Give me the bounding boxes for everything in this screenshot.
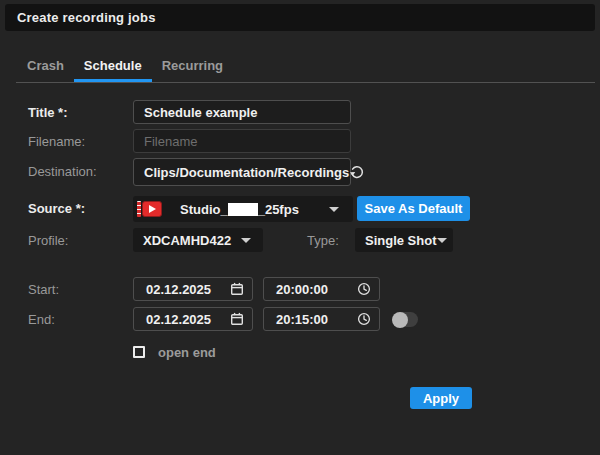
title-input[interactable] (133, 100, 351, 124)
open-end-checkbox-row[interactable]: open end (133, 344, 216, 360)
tab-crash[interactable]: Crash (17, 52, 74, 82)
tab-recurring[interactable]: Recurring (152, 52, 233, 82)
open-end-label: open end (158, 345, 216, 360)
type-label: Type: (307, 233, 339, 248)
type-dropdown[interactable]: Single Shot (355, 228, 453, 252)
profile-value: XDCAMHD422 (143, 233, 231, 248)
source-label: Source *: (28, 201, 85, 216)
filename-label: Filename: (28, 134, 85, 149)
filename-input[interactable] (133, 129, 351, 153)
profile-dropdown[interactable]: XDCAMHD422 (133, 228, 263, 252)
end-time-input[interactable]: 20:15:00 (263, 307, 380, 331)
destination-value: Clips/Documentation/Recordings (144, 165, 349, 180)
open-end-checkbox[interactable] (133, 346, 145, 358)
type-value: Single Shot (365, 233, 437, 248)
tab-bar: Crash Schedule Recurring (17, 52, 233, 82)
video-source-icon (137, 201, 162, 218)
end-date-input[interactable]: 02.12.2025 (133, 307, 253, 331)
clock-icon[interactable] (357, 312, 371, 326)
chevron-down-icon (437, 238, 447, 243)
source-value: Studio__25fps (180, 202, 299, 217)
restore-default-icon[interactable] (349, 163, 365, 181)
apply-button[interactable]: Apply (410, 387, 472, 409)
save-as-default-button[interactable]: Save As Default (357, 196, 470, 221)
end-label: End: (28, 312, 55, 327)
calendar-icon[interactable] (230, 312, 244, 326)
dialog-title: Create recording jobs (17, 10, 156, 25)
destination-input[interactable]: Clips/Documentation/Recordings (133, 158, 351, 186)
destination-label: Destination: (28, 164, 97, 179)
profile-label: Profile: (28, 233, 68, 248)
start-date-input[interactable]: 02.12.2025 (133, 277, 253, 301)
clock-icon[interactable] (357, 282, 371, 296)
start-time-input[interactable]: 20:00:00 (263, 277, 380, 301)
start-date-value: 02.12.2025 (146, 282, 230, 297)
tab-schedule[interactable]: Schedule (74, 52, 152, 82)
source-dropdown[interactable]: Studio__25fps (133, 196, 353, 222)
end-date-value: 02.12.2025 (146, 312, 230, 327)
toggle-knob (392, 312, 408, 328)
chevron-down-icon (241, 238, 251, 243)
chevron-down-icon (329, 207, 339, 212)
redaction-block (228, 203, 258, 216)
title-label: Title *: (28, 105, 68, 120)
start-label: Start: (28, 282, 59, 297)
end-time-value: 20:15:00 (276, 312, 357, 327)
calendar-icon[interactable] (230, 282, 244, 296)
create-recording-jobs-dialog: Create recording jobs Crash Schedule Rec… (0, 0, 600, 455)
end-toggle[interactable] (393, 312, 418, 327)
tab-divider (16, 82, 595, 83)
dialog-titlebar: Create recording jobs (5, 4, 595, 31)
start-time-value: 20:00:00 (276, 282, 357, 297)
